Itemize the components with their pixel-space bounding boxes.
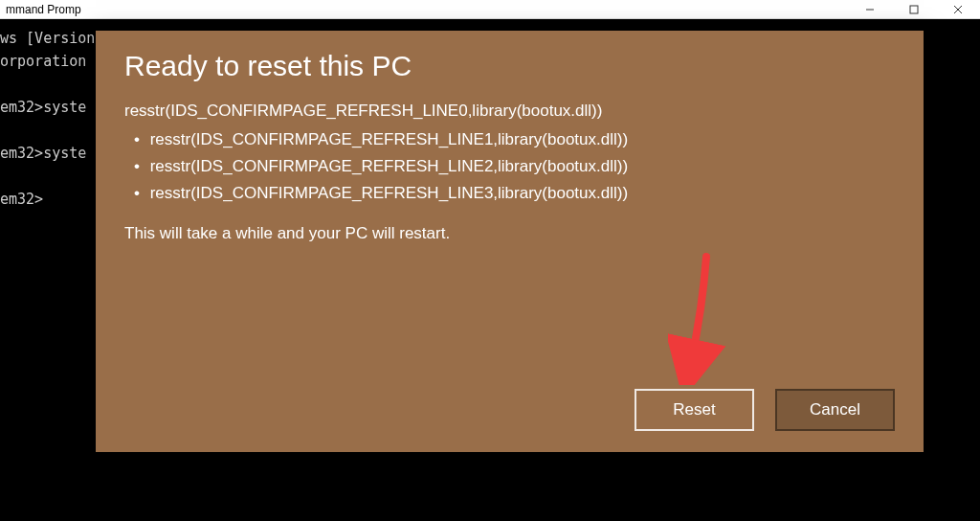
close-button[interactable]: [936, 0, 980, 18]
window-titlebar: mmand Promp: [0, 0, 980, 19]
dialog-heading: Ready to reset this PC: [124, 50, 895, 82]
minimize-button[interactable]: [848, 0, 892, 18]
dialog-body: resstr(IDS_CONFIRMPAGE_REFRESH_LINE0,lib…: [124, 98, 895, 389]
svg-rect-1: [910, 6, 918, 13]
dialog-bullet: resstr(IDS_CONFIRMPAGE_REFRESH_LINE2,lib…: [124, 153, 895, 180]
dialog-line0: resstr(IDS_CONFIRMPAGE_REFRESH_LINE0,lib…: [124, 98, 895, 125]
dialog-footer: Reset Cancel: [124, 389, 895, 431]
window-title: mmand Promp: [0, 3, 848, 16]
dialog-note: This will take a while and your PC will …: [124, 220, 895, 247]
maximize-button[interactable]: [892, 0, 936, 18]
cancel-button[interactable]: Cancel: [775, 389, 895, 431]
minimize-icon: [865, 5, 875, 14]
dialog-bullet-list: resstr(IDS_CONFIRMPAGE_REFRESH_LINE1,lib…: [124, 126, 895, 207]
reset-pc-dialog: Ready to reset this PC resstr(IDS_CONFIR…: [96, 31, 924, 452]
dialog-bullet: resstr(IDS_CONFIRMPAGE_REFRESH_LINE1,lib…: [124, 126, 895, 153]
reset-button[interactable]: Reset: [635, 389, 754, 431]
dialog-bullet: resstr(IDS_CONFIRMPAGE_REFRESH_LINE3,lib…: [124, 180, 895, 207]
close-icon: [953, 5, 963, 14]
maximize-icon: [909, 5, 919, 14]
